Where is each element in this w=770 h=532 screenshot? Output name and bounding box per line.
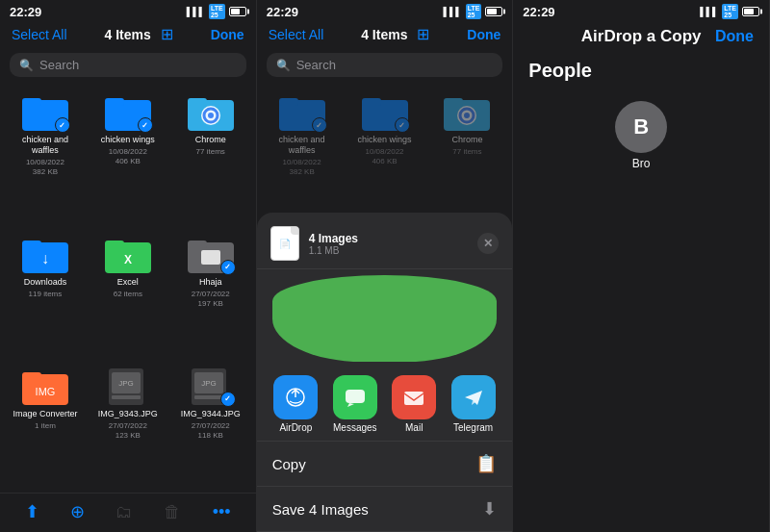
share-doc-icon: 📄 <box>270 226 299 261</box>
svg-rect-39 <box>346 390 365 403</box>
file-name-1: chicken and waffles <box>12 135 79 156</box>
battery-3 <box>742 7 759 16</box>
done-btn-2[interactable]: Done <box>467 27 500 42</box>
check-badge-hhaja: ✓ <box>220 260 236 275</box>
search-bar-2[interactable]: 🔍 Search <box>267 53 503 77</box>
signal-icon-2: ▌▌▌ <box>444 7 462 16</box>
status-time-3: 22:29 <box>523 5 554 19</box>
battery-1 <box>229 7 246 16</box>
search-bar-1[interactable]: 🔍 Search <box>10 53 246 77</box>
airdrop-nav: AirDrop a Copy Done <box>513 21 769 56</box>
folder-icon-chrome <box>186 90 236 133</box>
status-bar-3: 22:29 ▌▌▌ LTE25 <box>513 0 769 21</box>
file-item-chrome[interactable]: Chrome 77 items <box>171 87 250 225</box>
file-name-2: chicken wings <box>101 135 155 145</box>
grid-icon-2[interactable]: ⊞ <box>417 25 429 43</box>
share-apps-row: AirDrop Messages Mail <box>257 367 513 442</box>
messages-app-icon <box>333 375 377 419</box>
person-name-bro: Bro <box>632 157 651 170</box>
svg-point-8 <box>208 113 214 118</box>
signal-icon-3: ▌▌▌ <box>700 7 718 16</box>
file-item-image-converter[interactable]: IMG Image Converter 1 item <box>6 361 85 489</box>
share-btn-1[interactable]: ⬆ <box>25 501 39 522</box>
svg-rect-13 <box>105 241 124 248</box>
folder-icon-excel: X <box>103 233 153 275</box>
check-badge-img9344: ✓ <box>220 392 236 407</box>
status-icons-2: ▌▌▌ LTE25 <box>444 4 503 19</box>
file-item-img9343[interactable]: JPG IMG_9343.JPG 27/07/2022123 KB <box>89 361 167 489</box>
share-action-copy[interactable]: Copy 📋 <box>257 442 513 487</box>
file-name-downloads: Downloads <box>24 277 67 288</box>
done-btn-1[interactable]: Done <box>211 27 244 42</box>
add-btn-1[interactable]: ⊕ <box>70 501 85 522</box>
person-avatar-bro: B <box>615 101 667 153</box>
folder-icon-image-converter: IMG <box>20 365 70 407</box>
svg-text:↓: ↓ <box>41 250 49 266</box>
battery-fill-2 <box>487 9 497 14</box>
airdrop-done-btn[interactable]: Done <box>715 28 754 45</box>
nav-title-2: 4 Items <box>361 27 407 42</box>
nav-title-1: 4 Items <box>105 27 151 42</box>
share-app-messages[interactable]: Messages <box>333 375 377 433</box>
file-name-img9343: IMG_9343.JPG <box>98 409 158 419</box>
file-meta-chrome: 77 items <box>196 147 225 157</box>
file-item-chicken-waffles[interactable]: ✓ chicken and waffles 10/08/2022382 KB <box>6 87 85 225</box>
airdrop-person-bro[interactable]: B Bro <box>513 93 769 178</box>
panel-files-1: 22:29 ▌▌▌ LTE25 Select All 4 Items ⊞ Don… <box>0 0 257 532</box>
messages-label: Messages <box>333 422 377 433</box>
folder-btn-1: 🗂 <box>116 502 133 522</box>
status-bar-2: 22:29 ▌▌▌ LTE25 <box>257 0 513 21</box>
svg-text:JPG: JPG <box>201 379 217 388</box>
share-info: 4 Images 1.1 MB <box>309 232 358 256</box>
share-close-btn[interactable]: ✕ <box>477 233 499 254</box>
folder-icon-chicken-waffles: ✓ <box>20 90 70 133</box>
check-badge-2: ✓ <box>138 117 153 133</box>
share-header: 📄 4 Images 1.1 MB ✕ <box>257 222 513 269</box>
svg-rect-19 <box>22 372 41 380</box>
share-app-mail[interactable]: Mail <box>392 375 436 433</box>
share-sheet: 📄 4 Images 1.1 MB ✕ AirDrop <box>257 213 513 532</box>
file-item-chicken-wings[interactable]: ✓ chicken wings 10/08/2022406 KB <box>89 87 167 225</box>
censored-content <box>272 275 498 362</box>
file-name-img9344: IMG_9344.JPG <box>181 409 241 419</box>
status-bar-1: 22:29 ▌▌▌ LTE25 <box>0 0 256 21</box>
file-item-downloads[interactable]: ↓ Downloads 119 items <box>6 229 85 357</box>
status-time-1: 22:29 <box>10 5 41 19</box>
file-item-img9344[interactable]: JPG ✓ IMG_9344.JPG 27/07/2022118 KB <box>171 361 250 489</box>
panel-files-2: 22:29 ▌▌▌ LTE25 Select All 4 Items ⊞ Don… <box>257 0 514 532</box>
grid-icon-1[interactable]: ⊞ <box>161 25 173 43</box>
svg-rect-1 <box>22 98 41 106</box>
folder-icon-hhaja: ✓ <box>186 233 236 275</box>
svg-rect-3 <box>105 98 124 106</box>
svg-rect-40 <box>404 392 424 405</box>
lte-badge-3: LTE25 <box>722 4 738 19</box>
share-doc-title: 4 Images <box>309 232 358 245</box>
share-action-save[interactable]: Save 4 Images ⬇ <box>257 487 513 532</box>
select-all-btn-2[interactable]: Select All <box>269 27 324 42</box>
share-app-telegram[interactable]: Telegram <box>451 375 496 433</box>
person-initial: B <box>633 114 649 139</box>
svg-rect-27 <box>194 395 223 399</box>
telegram-label: Telegram <box>453 422 493 433</box>
select-all-btn-1[interactable]: Select All <box>12 27 67 42</box>
panel-airdrop: 22:29 ▌▌▌ LTE25 AirDrop a Copy Done Peop… <box>513 0 770 532</box>
file-name-image-converter: Image Converter <box>13 409 77 419</box>
svg-rect-30 <box>279 98 298 106</box>
share-app-airdrop[interactable]: AirDrop <box>273 375 318 433</box>
search-placeholder-1: Search <box>39 58 79 72</box>
folder-icon-img9343: JPG <box>103 365 153 407</box>
mail-label: Mail <box>405 422 423 433</box>
airdrop-title: AirDrop a Copy <box>581 27 702 46</box>
airdrop-people-label: People <box>513 56 769 93</box>
file-item-hhaja[interactable]: ✓ Hhaja 27/07/2022197 KB <box>171 229 250 357</box>
file-meta-img9344: 27/07/2022118 KB <box>192 421 230 442</box>
file-item-excel[interactable]: X Excel 62 items <box>89 229 167 357</box>
file-meta-downloads: 119 items <box>29 290 63 299</box>
search-placeholder-2: Search <box>296 58 336 72</box>
save-label: Save 4 Images <box>272 501 369 518</box>
files-grid-1: ✓ chicken and waffles 10/08/2022382 KB ✓… <box>0 83 256 493</box>
more-btn-1[interactable]: ••• <box>213 502 231 522</box>
file-meta-image-converter: 1 item <box>35 421 56 431</box>
file-meta-2: 10/08/2022406 KB <box>109 147 147 167</box>
svg-rect-5 <box>188 98 207 106</box>
